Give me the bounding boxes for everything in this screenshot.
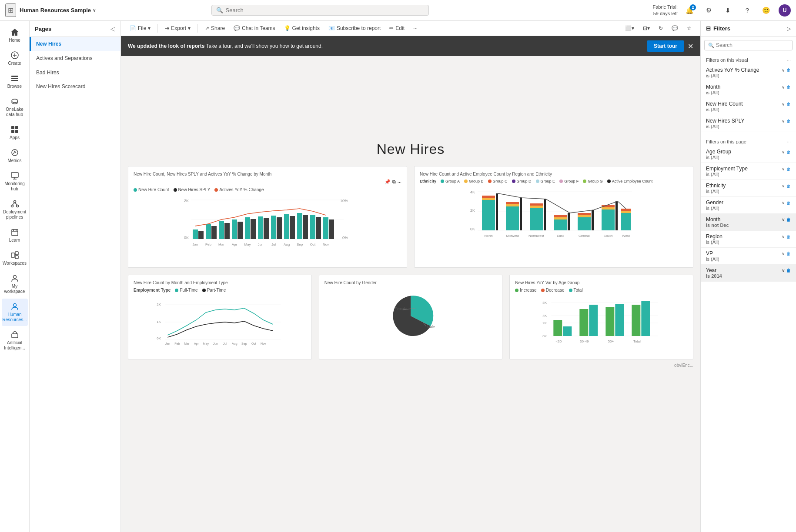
filter-region-chevron[interactable]: ∨ bbox=[782, 234, 785, 239]
filter-et-name: Employment Type bbox=[706, 166, 748, 172]
fit-button[interactable]: ⊡▾ bbox=[639, 23, 653, 33]
filter-actives-chevron[interactable]: ∨ bbox=[782, 68, 785, 73]
sidebar-item-monitoring[interactable]: Monitoring hub bbox=[2, 168, 28, 195]
chat-teams-button[interactable]: 💬 Chat in Teams bbox=[230, 23, 278, 33]
filter-ag-clear[interactable]: 🗑 bbox=[786, 150, 791, 154]
notifications-button[interactable]: 🔔 2 bbox=[683, 3, 697, 17]
filter-region[interactable]: Region ∨ 🗑 is (All) bbox=[701, 231, 796, 248]
insights-button[interactable]: 💡 Get insights bbox=[281, 23, 323, 33]
more-options-button[interactable]: ··· bbox=[410, 23, 421, 33]
filter-gender-clear[interactable]: 🗑 bbox=[786, 200, 791, 205]
user-avatar[interactable]: U bbox=[779, 4, 791, 17]
filter-eth-clear[interactable]: 🗑 bbox=[786, 183, 791, 188]
global-search-bar[interactable]: 🔍 bbox=[211, 5, 429, 16]
start-tour-button[interactable]: Start tour bbox=[647, 40, 684, 52]
filter-vp-chevron[interactable]: ∨ bbox=[782, 251, 785, 256]
filter-month-visual[interactable]: Month ∨ 🗑 is (All) bbox=[701, 81, 796, 98]
filter-monthp-chevron[interactable]: ∨ bbox=[782, 217, 785, 222]
comment-button[interactable]: 💬 bbox=[668, 23, 682, 33]
sidebar-item-myworkspace[interactable]: My workspace bbox=[2, 270, 28, 298]
filter-nhc-chevron[interactable]: ∨ bbox=[782, 102, 785, 106]
filters-visual-section-title: Filters on this visual ··· bbox=[701, 54, 796, 64]
bookmark-button[interactable]: ☆ bbox=[683, 23, 695, 33]
view-mode-button[interactable]: ⬜▾ bbox=[622, 23, 638, 33]
sidebar-item-create[interactable]: Create bbox=[2, 47, 28, 70]
filter-employmenttype[interactable]: Employment Type ∨ 🗑 is (All) bbox=[701, 163, 796, 180]
filter-vp[interactable]: VP ∨ 🗑 is (All) bbox=[701, 248, 796, 265]
sidebar-item-learn[interactable]: Learn bbox=[2, 224, 28, 246]
filter-ag-name: Age Group bbox=[706, 149, 731, 155]
chart-gender: New Hire Count by Gender Female Male bbox=[319, 275, 503, 359]
sidebar-item-workspaces[interactable]: Workspaces bbox=[2, 247, 28, 269]
chart1-copy[interactable]: ⧉ bbox=[392, 179, 396, 185]
filter-ag-chevron[interactable]: ∨ bbox=[782, 150, 785, 154]
export-button[interactable]: ⇥ Export ▾ bbox=[161, 23, 194, 33]
svg-text:30-49: 30-49 bbox=[580, 339, 589, 343]
subscribe-button[interactable]: 📧 Subscribe to report bbox=[325, 23, 384, 33]
filter-nhc-clear[interactable]: 🗑 bbox=[786, 102, 791, 106]
filter-newhiressply[interactable]: New Hires SPLY ∨ 🗑 is (All) bbox=[701, 115, 796, 132]
filter-month-page[interactable]: Month ∨ 🗑 is not Dec bbox=[701, 214, 796, 231]
filter-vp-clear[interactable]: 🗑 bbox=[786, 251, 791, 256]
filter-search-box[interactable]: 🔍 bbox=[704, 40, 793, 50]
app-title-chevron[interactable]: ∨ bbox=[93, 8, 96, 13]
edit-button[interactable]: ✏ Edit bbox=[386, 23, 408, 33]
filters-page-more[interactable]: ··· bbox=[787, 139, 791, 144]
sidebar-item-apps[interactable]: Apps bbox=[2, 122, 28, 144]
filters-visual-more[interactable]: ··· bbox=[787, 57, 791, 63]
sidebar-item-ai[interactable]: Artificial Intelligen... bbox=[2, 327, 28, 354]
filter-gender[interactable]: Gender ∨ 🗑 is (All) bbox=[701, 197, 796, 214]
svg-rect-59 bbox=[329, 219, 334, 239]
charts-grid-bottom: New Hire Count by Month and Employment T… bbox=[128, 275, 693, 359]
grid-icon[interactable]: ⊞ bbox=[5, 3, 16, 17]
filter-month-vis-clear[interactable]: 🗑 bbox=[786, 85, 791, 90]
chart4-title: New Hire Count by Gender bbox=[324, 280, 497, 285]
banner-close-button[interactable]: ✕ bbox=[688, 42, 693, 50]
filter-gender-chevron[interactable]: ∨ bbox=[782, 200, 785, 205]
filter-sply-clear[interactable]: 🗑 bbox=[786, 119, 791, 123]
sidebar-item-home[interactable]: Home bbox=[2, 24, 28, 47]
filter-search-input[interactable] bbox=[716, 42, 789, 48]
filters-expand-btn[interactable]: ▷ bbox=[787, 26, 791, 32]
help-button[interactable]: ? bbox=[740, 3, 754, 17]
sidebar-myworkspace-label: My workspace bbox=[3, 284, 26, 294]
filter-agegroup[interactable]: Age Group ∨ 🗑 is (All) bbox=[701, 146, 796, 163]
filter-actives-yoy[interactable]: Actives YoY % Change ∨ 🗑 is (All) bbox=[701, 64, 796, 81]
filter-eth-chevron[interactable]: ∨ bbox=[782, 183, 785, 188]
svg-rect-25 bbox=[11, 253, 15, 257]
filter-year[interactable]: Year ∨ 🗑 is 2014 bbox=[701, 265, 796, 282]
feedback-button[interactable]: 🙂 bbox=[759, 3, 773, 17]
page-item-scorecard[interactable]: New Hires Scorecard bbox=[30, 80, 120, 94]
chart1-pin[interactable]: 📌 bbox=[385, 179, 391, 185]
filter-region-clear[interactable]: 🗑 bbox=[786, 234, 791, 239]
sidebar-item-hr[interactable]: Human Resources... bbox=[2, 299, 28, 326]
filter-year-chevron[interactable]: ∨ bbox=[782, 268, 785, 273]
sidebar-item-deployment[interactable]: Deployment pipelines bbox=[2, 196, 28, 223]
refresh-button[interactable]: ↻ bbox=[655, 23, 666, 33]
sidebar-item-browse[interactable]: Browse bbox=[2, 70, 28, 93]
filter-ethnicity[interactable]: Ethnicity ∨ 🗑 is (All) bbox=[701, 180, 796, 197]
page-item-newhires[interactable]: New Hires bbox=[30, 37, 120, 51]
filter-et-chevron[interactable]: ∨ bbox=[782, 166, 785, 171]
filter-actives-clear[interactable]: 🗑 bbox=[786, 68, 791, 73]
page-item-actives[interactable]: Actives and Separations bbox=[30, 51, 120, 66]
filter-sply-chevron[interactable]: ∨ bbox=[782, 119, 785, 123]
file-button[interactable]: 📄 File ▾ bbox=[126, 23, 154, 33]
settings-button[interactable]: ⚙ bbox=[702, 3, 716, 17]
filter-et-clear[interactable]: 🗑 bbox=[786, 166, 791, 171]
page-item-badhires[interactable]: Bad Hires bbox=[30, 66, 120, 80]
filter-monthp-clear[interactable]: 🗑 bbox=[786, 217, 791, 222]
filter-month-vis-chevron[interactable]: ∨ bbox=[782, 85, 785, 90]
pages-collapse-btn[interactable]: ◁ bbox=[110, 25, 115, 32]
sidebar-item-metrics[interactable]: Metrics bbox=[2, 145, 28, 167]
svg-text:Oct: Oct bbox=[310, 243, 316, 246]
sidebar-item-onelake[interactable]: OneLake data hub bbox=[2, 93, 28, 121]
share-button[interactable]: ↗ Share bbox=[201, 23, 228, 33]
chart1-more[interactable]: ··· bbox=[398, 179, 401, 185]
filter-newhirecount[interactable]: New Hire Count ∨ 🗑 is (All) bbox=[701, 98, 796, 115]
download-button[interactable]: ⬇ bbox=[721, 3, 735, 17]
chart4-container: Female Male bbox=[324, 288, 497, 344]
filter-year-clear[interactable]: 🗑 bbox=[786, 268, 791, 273]
global-search-input[interactable] bbox=[226, 7, 424, 13]
svg-rect-38 bbox=[193, 229, 198, 239]
